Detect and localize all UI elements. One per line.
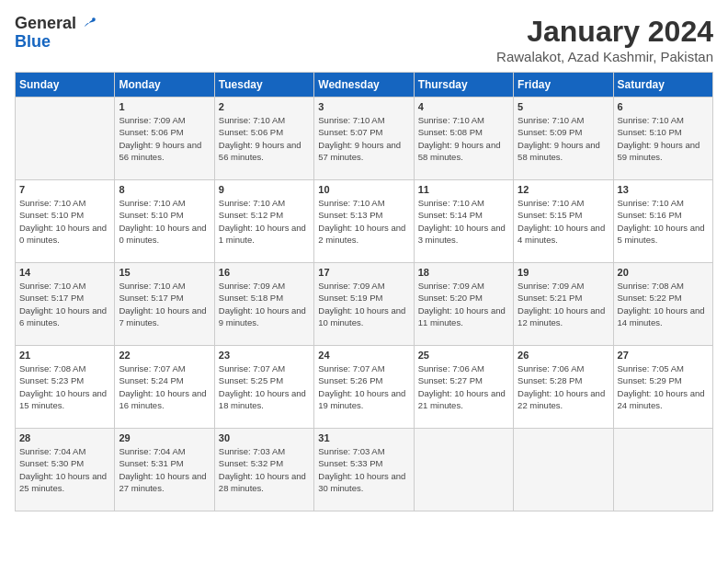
calendar-cell: 22Sunrise: 7:07 AM Sunset: 5:24 PM Dayli…	[115, 346, 214, 429]
calendar-cell: 29Sunrise: 7:04 AM Sunset: 5:31 PM Dayli…	[115, 429, 214, 511]
calendar-cell: 14Sunrise: 7:10 AM Sunset: 5:17 PM Dayli…	[16, 263, 115, 346]
calendar-cell: 6Sunrise: 7:10 AM Sunset: 5:10 PM Daylig…	[613, 98, 712, 180]
calendar-cell	[613, 429, 712, 511]
calendar-cell	[16, 98, 115, 180]
logo-blue-text: Blue	[15, 33, 97, 52]
day-info: Sunrise: 7:10 AM Sunset: 5:17 PM Dayligh…	[119, 280, 210, 328]
day-number: 6	[618, 101, 709, 112]
header: General Blue January 2024 Rawalakot, Aza…	[15, 15, 713, 64]
calendar-week-row: 7Sunrise: 7:10 AM Sunset: 5:10 PM Daylig…	[16, 180, 713, 263]
title-area: January 2024 Rawalakot, Azad Kashmir, Pa…	[496, 15, 713, 64]
day-number: 20	[618, 267, 709, 278]
day-number: 15	[119, 267, 210, 278]
day-header-saturday: Saturday	[613, 73, 712, 98]
calendar-cell: 28Sunrise: 7:04 AM Sunset: 5:30 PM Dayli…	[16, 429, 115, 511]
calendar-week-row: 14Sunrise: 7:10 AM Sunset: 5:17 PM Dayli…	[16, 263, 713, 346]
calendar-cell: 13Sunrise: 7:10 AM Sunset: 5:16 PM Dayli…	[613, 180, 712, 263]
day-info: Sunrise: 7:09 AM Sunset: 5:19 PM Dayligh…	[318, 280, 409, 328]
calendar-table: SundayMondayTuesdayWednesdayThursdayFrid…	[15, 72, 713, 511]
day-info: Sunrise: 7:10 AM Sunset: 5:08 PM Dayligh…	[418, 114, 509, 163]
calendar-cell: 21Sunrise: 7:08 AM Sunset: 5:23 PM Dayli…	[16, 346, 115, 429]
day-header-tuesday: Tuesday	[214, 73, 313, 98]
day-info: Sunrise: 7:10 AM Sunset: 5:09 PM Dayligh…	[518, 114, 609, 163]
day-number: 4	[418, 101, 509, 112]
day-header-friday: Friday	[514, 73, 613, 98]
calendar-week-row: 28Sunrise: 7:04 AM Sunset: 5:30 PM Dayli…	[16, 429, 713, 511]
month-title: January 2024	[496, 15, 713, 49]
day-number: 18	[418, 267, 509, 278]
location-title: Rawalakot, Azad Kashmir, Pakistan	[496, 49, 713, 64]
day-info: Sunrise: 7:04 AM Sunset: 5:31 PM Dayligh…	[119, 445, 210, 494]
day-number: 22	[119, 350, 210, 361]
calendar-cell: 16Sunrise: 7:09 AM Sunset: 5:18 PM Dayli…	[214, 263, 313, 346]
calendar-cell: 7Sunrise: 7:10 AM Sunset: 5:10 PM Daylig…	[16, 180, 115, 263]
day-number: 8	[119, 184, 210, 195]
day-info: Sunrise: 7:10 AM Sunset: 5:16 PM Dayligh…	[618, 197, 709, 246]
calendar-cell: 9Sunrise: 7:10 AM Sunset: 5:12 PM Daylig…	[214, 180, 313, 263]
logo-general-text: General	[15, 15, 76, 33]
calendar-cell: 10Sunrise: 7:10 AM Sunset: 5:13 PM Dayli…	[314, 180, 414, 263]
day-number: 26	[518, 350, 609, 361]
day-info: Sunrise: 7:09 AM Sunset: 5:18 PM Dayligh…	[219, 280, 310, 328]
day-number: 28	[19, 432, 110, 443]
day-number: 21	[19, 350, 110, 361]
calendar-cell: 25Sunrise: 7:06 AM Sunset: 5:27 PM Dayli…	[414, 346, 513, 429]
day-header-sunday: Sunday	[16, 73, 115, 98]
calendar-header-row: SundayMondayTuesdayWednesdayThursdayFrid…	[16, 73, 713, 98]
calendar-cell: 3Sunrise: 7:10 AM Sunset: 5:07 PM Daylig…	[314, 98, 414, 180]
day-number: 16	[219, 267, 310, 278]
day-number: 27	[618, 350, 709, 361]
day-number: 3	[318, 101, 409, 112]
calendar-body: 1Sunrise: 7:09 AM Sunset: 5:06 PM Daylig…	[16, 98, 713, 511]
day-info: Sunrise: 7:04 AM Sunset: 5:30 PM Dayligh…	[19, 445, 110, 494]
calendar-cell	[514, 429, 613, 511]
day-number: 13	[618, 184, 709, 195]
calendar-cell: 26Sunrise: 7:06 AM Sunset: 5:28 PM Dayli…	[514, 346, 613, 429]
calendar-week-row: 1Sunrise: 7:09 AM Sunset: 5:06 PM Daylig…	[16, 98, 713, 180]
calendar-cell: 24Sunrise: 7:07 AM Sunset: 5:26 PM Dayli…	[314, 346, 414, 429]
day-info: Sunrise: 7:10 AM Sunset: 5:12 PM Dayligh…	[219, 197, 310, 246]
calendar-cell: 15Sunrise: 7:10 AM Sunset: 5:17 PM Dayli…	[115, 263, 214, 346]
day-header-wednesday: Wednesday	[314, 73, 414, 98]
calendar-cell: 1Sunrise: 7:09 AM Sunset: 5:06 PM Daylig…	[115, 98, 214, 180]
day-info: Sunrise: 7:09 AM Sunset: 5:06 PM Dayligh…	[119, 114, 210, 163]
day-info: Sunrise: 7:09 AM Sunset: 5:21 PM Dayligh…	[518, 280, 609, 328]
day-number: 9	[219, 184, 310, 195]
day-number: 11	[418, 184, 509, 195]
calendar-cell: 30Sunrise: 7:03 AM Sunset: 5:32 PM Dayli…	[214, 429, 313, 511]
day-info: Sunrise: 7:10 AM Sunset: 5:10 PM Dayligh…	[618, 114, 709, 163]
day-info: Sunrise: 7:10 AM Sunset: 5:15 PM Dayligh…	[518, 197, 609, 246]
calendar-cell: 12Sunrise: 7:10 AM Sunset: 5:15 PM Dayli…	[514, 180, 613, 263]
day-number: 17	[318, 267, 409, 278]
calendar-week-row: 21Sunrise: 7:08 AM Sunset: 5:23 PM Dayli…	[16, 346, 713, 429]
calendar-cell	[414, 429, 513, 511]
day-number: 10	[318, 184, 409, 195]
day-info: Sunrise: 7:03 AM Sunset: 5:33 PM Dayligh…	[318, 445, 409, 494]
day-info: Sunrise: 7:10 AM Sunset: 5:10 PM Dayligh…	[19, 197, 110, 246]
day-info: Sunrise: 7:07 AM Sunset: 5:26 PM Dayligh…	[318, 362, 409, 411]
day-info: Sunrise: 7:06 AM Sunset: 5:28 PM Dayligh…	[518, 362, 609, 411]
day-info: Sunrise: 7:05 AM Sunset: 5:29 PM Dayligh…	[618, 362, 709, 411]
calendar-cell: 11Sunrise: 7:10 AM Sunset: 5:14 PM Dayli…	[414, 180, 513, 263]
day-info: Sunrise: 7:07 AM Sunset: 5:24 PM Dayligh…	[119, 362, 210, 411]
day-header-monday: Monday	[115, 73, 214, 98]
day-number: 19	[518, 267, 609, 278]
day-number: 31	[318, 432, 409, 443]
calendar-cell: 31Sunrise: 7:03 AM Sunset: 5:33 PM Dayli…	[314, 429, 414, 511]
calendar-cell: 18Sunrise: 7:09 AM Sunset: 5:20 PM Dayli…	[414, 263, 513, 346]
day-number: 2	[219, 101, 310, 112]
calendar-cell: 4Sunrise: 7:10 AM Sunset: 5:08 PM Daylig…	[414, 98, 513, 180]
logo: General Blue	[15, 15, 97, 52]
day-number: 30	[219, 432, 310, 443]
day-info: Sunrise: 7:10 AM Sunset: 5:10 PM Dayligh…	[119, 197, 210, 246]
day-info: Sunrise: 7:08 AM Sunset: 5:22 PM Dayligh…	[618, 280, 709, 328]
day-info: Sunrise: 7:10 AM Sunset: 5:13 PM Dayligh…	[318, 197, 409, 246]
day-number: 25	[418, 350, 509, 361]
day-number: 29	[119, 432, 210, 443]
day-info: Sunrise: 7:10 AM Sunset: 5:06 PM Dayligh…	[219, 114, 310, 163]
day-info: Sunrise: 7:08 AM Sunset: 5:23 PM Dayligh…	[19, 362, 110, 411]
calendar-cell: 23Sunrise: 7:07 AM Sunset: 5:25 PM Dayli…	[214, 346, 313, 429]
day-header-thursday: Thursday	[414, 73, 513, 98]
day-number: 14	[19, 267, 110, 278]
calendar-cell: 8Sunrise: 7:10 AM Sunset: 5:10 PM Daylig…	[115, 180, 214, 263]
